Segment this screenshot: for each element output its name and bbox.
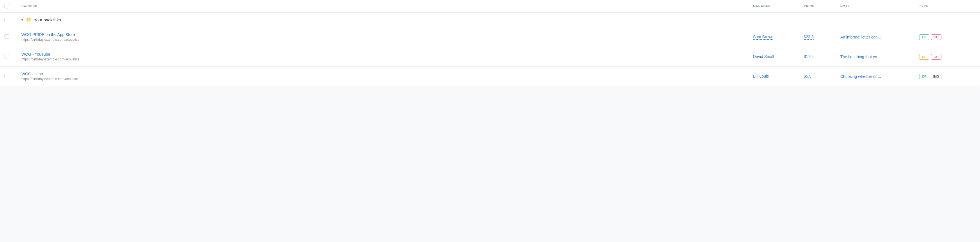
backlink-cell: WOG - YouTube https://birthday.example.c… [21, 52, 753, 61]
price-value[interactable]: $17.5 [804, 54, 814, 59]
manager-cell: David Small [753, 54, 804, 59]
backlink-url: https://birthday.example.com/acoustics [21, 77, 753, 81]
backlink-url: https://birthday.example.com/acoustics [21, 57, 753, 61]
backlinks-table: BACKINK MANAGER PRICE NOTE TYPE ▾ 📁 Your… [0, 0, 980, 86]
row-checkbox-cell [5, 74, 21, 79]
rows-container: WOG PRIDE on the App Store https://birth… [0, 27, 980, 86]
col-header-note: NOTE [840, 5, 919, 8]
tag-nf[interactable]: NF [919, 54, 929, 60]
note-text[interactable]: An informal letter can... [840, 35, 881, 40]
price-value[interactable]: $23.3 [804, 35, 814, 40]
col-header-backink: BACKINK [21, 5, 753, 8]
row-checkbox[interactable] [5, 54, 9, 59]
row-checkbox-cell [5, 54, 21, 59]
folder-checkbox-cell [5, 18, 21, 22]
backlink-title[interactable]: WOG PRIDE on the App Store [21, 32, 753, 37]
col-header-type: TYPE [919, 5, 975, 8]
header-checkbox-cell [5, 4, 21, 8]
type-cell: NFTXT [919, 54, 975, 60]
folder-checkbox[interactable] [5, 18, 9, 22]
price-value[interactable]: $5.5 [804, 74, 811, 79]
folder-row-inner: ▾ 📁 Your backlinks [21, 17, 975, 22]
folder-label: Your backlinks [34, 17, 61, 22]
backlink-url: https://birthday.example.com/acoustics [21, 38, 753, 41]
backlink-title[interactable]: WOG - YouTube [21, 52, 753, 57]
manager-cell: Bill Louis [753, 74, 804, 79]
backlink-cell: WOG action https://birthday.example.com/… [21, 72, 753, 81]
table-row: WOG - YouTube https://birthday.example.c… [0, 47, 980, 66]
note-cell: Choosing whether or ... [840, 74, 919, 79]
type-cell: DFTXT [919, 34, 975, 40]
folder-icon: 📁 [26, 17, 32, 22]
row-checkbox[interactable] [5, 34, 9, 39]
manager-name[interactable]: David Small [753, 54, 774, 59]
folder-row: ▾ 📁 Your backlinks [0, 13, 980, 27]
col-header-manager: MANAGER [753, 5, 804, 8]
backlink-title[interactable]: WOG action [21, 72, 753, 76]
manager-name[interactable]: Sam Brown [753, 35, 773, 40]
note-text[interactable]: The first thing that yo... [840, 55, 880, 59]
tag-df[interactable]: DF [919, 34, 929, 40]
price-cell: $5.5 [804, 74, 840, 79]
type-cell: DFIMG [919, 74, 975, 79]
chevron-down-icon[interactable]: ▾ [21, 18, 23, 22]
price-cell: $23.3 [804, 35, 840, 40]
tag-df[interactable]: DF [919, 74, 929, 79]
table-row: WOG PRIDE on the App Store https://birth… [0, 27, 980, 47]
note-cell: An informal letter can... [840, 35, 919, 40]
note-text[interactable]: Choosing whether or ... [840, 74, 881, 79]
table-row: WOG action https://birthday.example.com/… [0, 66, 980, 86]
backlink-cell: WOG PRIDE on the App Store https://birth… [21, 32, 753, 41]
price-cell: $17.5 [804, 54, 840, 59]
table-header: BACKINK MANAGER PRICE NOTE TYPE [0, 0, 980, 13]
row-checkbox[interactable] [5, 74, 9, 78]
note-cell: The first thing that yo... [840, 55, 919, 59]
select-all-checkbox[interactable] [5, 4, 9, 8]
tag-txt[interactable]: TXT [931, 34, 942, 40]
tag-img[interactable]: IMG [931, 74, 942, 79]
tag-txt[interactable]: TXT [931, 54, 942, 60]
manager-cell: Sam Brown [753, 35, 804, 40]
col-header-price: PRICE [804, 5, 840, 8]
manager-name[interactable]: Bill Louis [753, 74, 769, 79]
row-checkbox-cell [5, 34, 21, 40]
